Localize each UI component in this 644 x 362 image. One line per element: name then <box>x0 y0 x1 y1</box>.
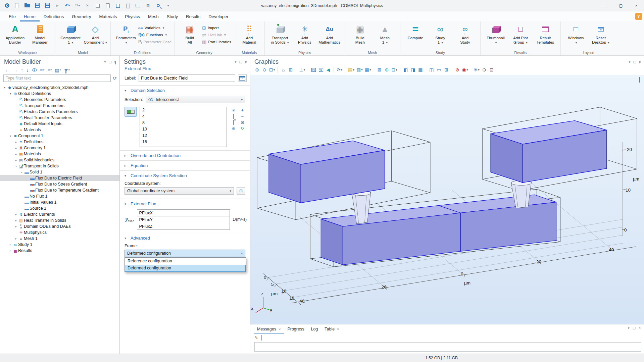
tree-item[interactable]: ▬Flux Due to Temperature Gradient <box>0 187 119 193</box>
advanced-header[interactable]: ▾Advanced <box>120 233 250 243</box>
add-study-button[interactable]: ∞↓AddStudy <box>453 23 478 45</box>
redo-icon[interactable]: ↷▾ <box>73 2 82 10</box>
coordinate-system-dropdown[interactable]: Global coordinate system▾ <box>125 187 234 195</box>
tree-item[interactable]: ▾⊕Global Definitions <box>0 91 119 97</box>
close-tab-icon[interactable]: × <box>279 327 281 331</box>
tree-item[interactable]: ✳Multiphysics <box>0 229 119 236</box>
tree-item[interactable]: ▬Source 1 <box>0 205 119 211</box>
functions-button[interactable]: f(x)Functions▾ <box>138 32 171 38</box>
maximize-button[interactable]: ▢ <box>613 0 629 11</box>
menu-file[interactable]: File <box>5 12 20 21</box>
domain-list-item[interactable]: 4 <box>140 113 227 120</box>
zoom-extents-icon[interactable]: ⊞ <box>287 66 294 73</box>
go-to-default-view-icon[interactable]: ⌂ <box>280 66 287 73</box>
zoom-box-icon[interactable]: ⊡▾ <box>268 66 276 73</box>
scene-light-icon[interactable]: ▤▾ <box>347 66 355 73</box>
tree-item[interactable]: ▾◪Transport in Solids <box>0 163 119 169</box>
messages-content[interactable] <box>254 342 641 352</box>
delete-icon[interactable] <box>123 2 132 10</box>
tree-item[interactable]: ▾■Component 1 <box>0 133 119 139</box>
refresh-filter-icon[interactable]: ⟳ <box>113 76 117 81</box>
clear-selection-icon[interactable]: ⊠ <box>144 2 152 10</box>
collapse-toggle-icon[interactable]: ▸ <box>14 159 18 162</box>
pin-panel-icon[interactable] <box>639 61 641 63</box>
expand-toggle-icon[interactable]: ▾ <box>20 171 24 174</box>
tree-item[interactable]: ▬No Flux 1 <box>0 193 119 199</box>
close-tab-icon[interactable]: × <box>337 327 339 331</box>
collapse-toggle-icon[interactable]: ▸ <box>14 237 18 240</box>
collapse-toggle-icon[interactable]: ▸ <box>8 243 12 246</box>
part-libraries-button[interactable]: ▥Part Libraries <box>202 39 231 45</box>
tab-messages[interactable]: Messages× <box>254 325 284 333</box>
color-theme-icon[interactable]: ▥▾ <box>356 66 363 73</box>
collapse-toggle-icon[interactable]: ▸ <box>14 147 18 150</box>
thumbnail-button[interactable]: Thumbnail▾ <box>483 23 508 45</box>
menu-geometry[interactable]: Geometry <box>68 12 95 21</box>
wireframe-rendering-icon[interactable]: ◨ <box>410 66 416 73</box>
graphics-scene[interactable]: 20µm100-40-200µm2040051015µmzxy <box>250 75 644 324</box>
plot-clipboard-icon[interactable] <box>639 77 640 82</box>
flux-y-input[interactable] <box>137 216 230 223</box>
camera-movement-icon[interactable]: ◀ <box>325 66 332 73</box>
coordinate-system-header[interactable]: ▾Coordinate System Selection <box>120 171 250 180</box>
tree-item[interactable]: ▬Flux Due to Stress Gradient <box>0 181 119 187</box>
panel-menu-icon[interactable]: ▾ <box>628 326 630 330</box>
tree-item[interactable]: ◆Default Model Inputs <box>0 121 119 127</box>
customize-toolbar-icon[interactable]: ▾ <box>164 2 172 10</box>
find-icon[interactable] <box>154 2 162 10</box>
study-1-button[interactable]: ∞Study1 ▾ <box>428 23 453 45</box>
image-snapshot-icon[interactable]: ⊙ <box>481 66 488 73</box>
result-templates-button[interactable]: ↓ResultTemplates <box>533 23 558 45</box>
selection-color-icon[interactable]: ◉▾ <box>461 66 469 73</box>
selection-dropdown[interactable]: Interconnect ▾ <box>146 96 245 103</box>
add-mathematics-button[interactable]: Δu↓AddMathematics <box>317 23 342 45</box>
show-icon[interactable] <box>32 68 37 71</box>
import-button[interactable]: ⊞Import <box>202 25 231 31</box>
tree-item[interactable]: ▸▧Heat Transfer in Solids <box>0 217 119 223</box>
tree-item[interactable]: PiGeometric Parameters <box>0 97 119 103</box>
create-coordinate-system-button[interactable]: ⊞ <box>237 187 245 195</box>
menu-materials[interactable]: Materials <box>95 12 121 21</box>
tree-item[interactable]: ▸▲Mesh 1 <box>0 236 119 242</box>
go-to-xy-view-icon[interactable]: xy <box>310 66 317 73</box>
flux-x-input[interactable] <box>137 209 230 216</box>
tree-item[interactable]: ▾◆vacancy_electromigration_3Dmodel.mph <box>0 85 119 91</box>
compute-button[interactable]: =Compute <box>403 23 428 45</box>
transport-in-solids-button[interactable]: Transportin Solids ▾ <box>267 23 292 45</box>
minimize-button[interactable]: — <box>598 0 613 11</box>
domain-list-item[interactable]: 10 <box>140 126 227 133</box>
show-mesh-icon[interactable]: ▩ <box>417 66 424 73</box>
collapse-toggle-icon[interactable]: ▸ <box>14 225 18 228</box>
collapse-all-icon[interactable]: ≡▾ <box>47 68 52 72</box>
model-tree-node-text-icon[interactable]: ▤▾ <box>55 68 61 72</box>
zoom-out-icon[interactable]: ⊖ <box>261 66 268 73</box>
remove-from-selection-icon[interactable]: − <box>241 114 244 119</box>
menu-physics[interactable]: Physics <box>121 12 144 21</box>
component-1-button[interactable]: Component1 ▾ <box>58 23 83 45</box>
equation-header[interactable]: ▸Equation <box>120 161 250 170</box>
single-window-icon[interactable]: ▭ <box>436 66 442 73</box>
tree-item[interactable]: ▸∞Study 1 <box>0 242 119 248</box>
float-panel-icon[interactable]: ▢ <box>109 60 112 64</box>
float-panel-icon[interactable]: ▢ <box>633 326 636 330</box>
undo-icon[interactable]: ↶▾ <box>63 2 72 10</box>
run-icon[interactable]: ▶ <box>53 2 62 10</box>
tab-table[interactable]: Table× <box>321 325 342 333</box>
tree-item[interactable]: ▸AGeometry 1 <box>0 145 119 151</box>
save-icon[interactable] <box>33 2 42 10</box>
tree-item[interactable]: ▬Flux Due to Electric Field <box>0 175 119 181</box>
tree-item[interactable]: ▸↯Electric Currents <box>0 211 119 217</box>
tree-item[interactable]: ▸ddtDomain ODEs and DAEs <box>0 223 119 229</box>
active-toggle-button[interactable] <box>125 107 137 117</box>
label-input[interactable] <box>139 74 235 82</box>
open-file-icon[interactable] <box>23 2 32 10</box>
parameter-case-button[interactable]: PiParameter Case <box>138 39 171 45</box>
override-header[interactable]: ▸Override and Contribution <box>120 151 250 160</box>
panel-menu-icon[interactable]: ▾ <box>235 60 237 64</box>
tree-item[interactable]: ▸▤Solid Mechanics <box>0 157 119 163</box>
expand-toggle-icon[interactable]: ▾ <box>8 92 12 95</box>
clear-log-icon[interactable]: ✎ <box>254 335 258 340</box>
domain-selection-header[interactable]: ▾Domain Selection <box>120 86 250 95</box>
livelink-button[interactable]: ⇄LiveLink▾ <box>202 32 231 38</box>
tree-item[interactable]: ●Materials <box>0 127 119 133</box>
